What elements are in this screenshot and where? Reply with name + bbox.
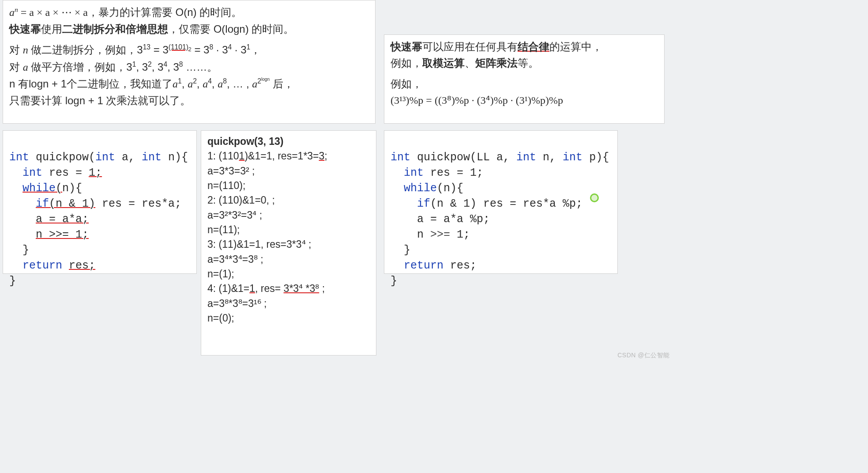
trace-l2b: a=3²*3²=3⁴ ; <box>207 208 370 223</box>
trace-l4: 4: (1)&1=1, res= 3*3⁴ *3⁸ ; <box>207 281 370 296</box>
trace-l3b: a=3⁴*3⁴=3⁸ ; <box>207 252 370 267</box>
line5: n 有logn + 1个二进制位，我知道了a1, a2, a4, a8, … ,… <box>9 76 369 92</box>
line6: 只需要计算 logn + 1 次乘法就可以了。 <box>9 92 369 109</box>
intro-box-left: an = a × a × ⋯ × a，暴力的计算需要 O(n) 的时间。 快速幂… <box>3 0 376 124</box>
trace-heading: quickpow(3, 13) <box>207 136 284 147</box>
intro-box-right: 快速幂可以应用在任何具有结合律的运算中， 例如，取模运算、矩阵乘法等。 例如， … <box>384 34 665 124</box>
trace-l2: 2: (110)&1=0, ; <box>207 193 370 208</box>
line4: 对 a 做平方倍增，例如，31, 32, 34, 38 ……。 <box>9 59 369 76</box>
r-line3: 例如， <box>391 76 658 92</box>
line2: 快速幂使用二进制拆分和倍增思想，仅需要 O(logn) 的时间。 <box>9 21 369 37</box>
r-line1: 快速幂可以应用在任何具有结合律的运算中， <box>391 38 658 55</box>
r-line4: (3¹³)%p = ((3⁸)%p · (3⁴)%p · (3¹)%p)%p <box>391 92 658 109</box>
code-box-quickpow-basic: int quickpow(int a, int n){ int res = 1;… <box>3 130 197 274</box>
trace-l1: 1: (1101)&1=1, res=1*3=3; <box>207 149 370 163</box>
trace-l4b: a=3⁸*3⁸=3¹⁶ ; <box>207 296 370 311</box>
trace-l2c: n=(11); <box>207 223 370 237</box>
trace-box: quickpow(3, 13) 1: (1101)&1=1, res=1*3=3… <box>201 130 376 356</box>
trace-l3c: n=(1); <box>207 267 370 281</box>
r-line2: 例如，取模运算、矩阵乘法等。 <box>391 55 658 71</box>
trace-l4c: n=(0); <box>207 311 370 325</box>
trace-l3: 3: (11)&1=1, res=3*3⁴ ; <box>207 237 370 252</box>
trace-l1b: a=3*3=3² ; <box>207 164 370 178</box>
line3: 对 n 做二进制拆分，例如，313 = 3(1101)2 = 38 · 34 ·… <box>9 42 369 58</box>
trace-l1c: n=(110); <box>207 178 370 193</box>
line1: an = a × a × ⋯ × a，暴力的计算需要 O(n) 的时间。 <box>9 4 369 21</box>
cursor-highlight-icon <box>590 193 599 202</box>
watermark: CSDN @仁公智能 <box>617 352 670 359</box>
code-box-quickpow-mod: int quickpow(LL a, int n, int p){ int re… <box>384 130 618 274</box>
